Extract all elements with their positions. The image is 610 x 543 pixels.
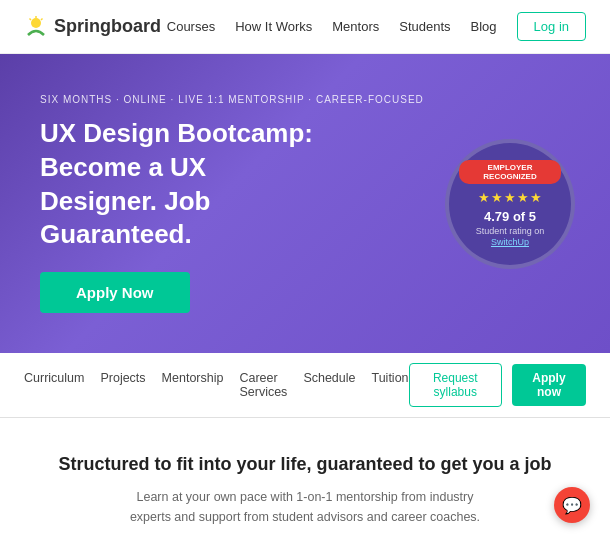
logo-icon [24,15,48,39]
sticky-nav: Curriculum Projects Mentorship Career Se… [0,353,610,418]
hero-left: SIX MONTHS · ONLINE · LIVE 1:1 MENTORSHI… [40,94,440,313]
navbar: Springboard Courses How It Works Mentors… [0,0,610,54]
hero-apply-button[interactable]: Apply Now [40,272,190,313]
nav-links: Courses How It Works Mentors Students Bl… [167,12,586,41]
nav-students[interactable]: Students [399,19,450,34]
sticky-curriculum[interactable]: Curriculum [24,371,84,399]
svg-line-2 [30,18,32,20]
section-subtitle: Learn at your own pace with 1-on-1 mento… [115,487,495,527]
hero-title: UX Design Bootcamp: Become a UX Designer… [40,117,320,252]
chat-button[interactable]: 💬 [554,487,590,523]
sticky-schedule[interactable]: Schedule [303,371,355,399]
svg-line-3 [41,18,43,20]
request-syllabus-button[interactable]: Request syllabus [409,363,502,407]
sticky-projects[interactable]: Projects [100,371,145,399]
hero-section: SIX MONTHS · ONLINE · LIVE 1:1 MENTORSHI… [0,54,610,353]
logo-text: Springboard [54,16,161,37]
hero-rating: EMPLOYER RECOGNIZED ★★★★★ 4.79 of 5 Stud… [440,139,580,269]
nav-mentors[interactable]: Mentors [332,19,379,34]
hero-subtitle: SIX MONTHS · ONLINE · LIVE 1:1 MENTORSHI… [40,94,440,105]
sticky-career-services[interactable]: Career Services [239,371,287,399]
sticky-actions: Request syllabus Apply now [409,363,586,407]
chat-icon: 💬 [562,496,582,515]
logo: Springboard [24,15,161,39]
rating-score: 4.79 of 5 [484,209,536,224]
nav-courses[interactable]: Courses [167,19,215,34]
nav-blog[interactable]: Blog [471,19,497,34]
svg-point-0 [31,18,41,28]
main-content: Structured to fit into your life, guaran… [0,418,610,543]
badge-employer-label: EMPLOYER RECOGNIZED [459,160,561,184]
switchup-link[interactable]: SwitchUp [491,237,529,247]
nav-how-it-works[interactable]: How It Works [235,19,312,34]
rating-label: Student rating on [476,226,545,238]
sticky-mentorship[interactable]: Mentorship [162,371,224,399]
rating-stars: ★★★★★ [478,190,543,205]
login-button[interactable]: Log in [517,12,586,41]
sticky-tuition[interactable]: Tuition [372,371,409,399]
section-title: Structured to fit into your life, guaran… [24,454,586,475]
rating-badge: EMPLOYER RECOGNIZED ★★★★★ 4.79 of 5 Stud… [445,139,575,269]
apply-now-button[interactable]: Apply now [512,364,586,406]
sticky-links: Curriculum Projects Mentorship Career Se… [24,371,409,399]
